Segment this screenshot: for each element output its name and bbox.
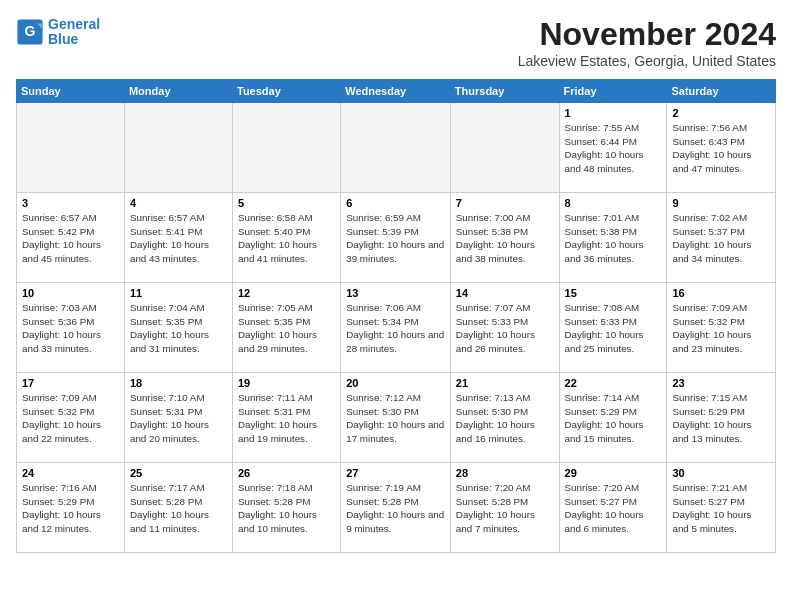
logo-line2: Blue (48, 31, 100, 48)
week-row-4: 24Sunrise: 7:16 AM Sunset: 5:29 PM Dayli… (17, 463, 776, 553)
page-header: G General Blue November 2024 Lakeview Es… (16, 16, 776, 69)
day-number: 13 (346, 287, 445, 299)
day-number: 3 (22, 197, 119, 209)
day-number: 10 (22, 287, 119, 299)
calendar-cell: 11Sunrise: 7:04 AM Sunset: 5:35 PM Dayli… (124, 283, 232, 373)
calendar-cell: 9Sunrise: 7:02 AM Sunset: 5:37 PM Daylig… (667, 193, 776, 283)
day-header-monday: Monday (124, 80, 232, 103)
logo: G General Blue (16, 16, 100, 48)
calendar-cell: 19Sunrise: 7:11 AM Sunset: 5:31 PM Dayli… (233, 373, 341, 463)
day-info: Sunrise: 7:05 AM Sunset: 5:35 PM Dayligh… (238, 301, 335, 356)
calendar-cell: 8Sunrise: 7:01 AM Sunset: 5:38 PM Daylig… (559, 193, 667, 283)
day-info: Sunrise: 7:21 AM Sunset: 5:27 PM Dayligh… (672, 481, 770, 536)
days-header-row: SundayMondayTuesdayWednesdayThursdayFrid… (17, 80, 776, 103)
day-number: 2 (672, 107, 770, 119)
day-number: 4 (130, 197, 227, 209)
week-row-0: 1Sunrise: 7:55 AM Sunset: 6:44 PM Daylig… (17, 103, 776, 193)
day-number: 30 (672, 467, 770, 479)
week-row-3: 17Sunrise: 7:09 AM Sunset: 5:32 PM Dayli… (17, 373, 776, 463)
day-number: 20 (346, 377, 445, 389)
calendar-cell: 12Sunrise: 7:05 AM Sunset: 5:35 PM Dayli… (233, 283, 341, 373)
day-number: 12 (238, 287, 335, 299)
day-info: Sunrise: 7:56 AM Sunset: 6:43 PM Dayligh… (672, 121, 770, 176)
day-info: Sunrise: 7:14 AM Sunset: 5:29 PM Dayligh… (565, 391, 662, 446)
day-header-saturday: Saturday (667, 80, 776, 103)
day-number: 26 (238, 467, 335, 479)
day-number: 7 (456, 197, 554, 209)
day-header-tuesday: Tuesday (233, 80, 341, 103)
day-number: 15 (565, 287, 662, 299)
day-info: Sunrise: 7:18 AM Sunset: 5:28 PM Dayligh… (238, 481, 335, 536)
logo-icon: G (16, 18, 44, 46)
calendar-cell: 10Sunrise: 7:03 AM Sunset: 5:36 PM Dayli… (17, 283, 125, 373)
calendar-cell: 2Sunrise: 7:56 AM Sunset: 6:43 PM Daylig… (667, 103, 776, 193)
calendar-cell: 7Sunrise: 7:00 AM Sunset: 5:38 PM Daylig… (450, 193, 559, 283)
day-number: 1 (565, 107, 662, 119)
day-info: Sunrise: 7:07 AM Sunset: 5:33 PM Dayligh… (456, 301, 554, 356)
day-number: 6 (346, 197, 445, 209)
day-info: Sunrise: 7:06 AM Sunset: 5:34 PM Dayligh… (346, 301, 445, 356)
calendar-cell (233, 103, 341, 193)
calendar-cell (341, 103, 451, 193)
location: Lakeview Estates, Georgia, United States (518, 53, 776, 69)
calendar-cell: 14Sunrise: 7:07 AM Sunset: 5:33 PM Dayli… (450, 283, 559, 373)
day-number: 23 (672, 377, 770, 389)
calendar-cell: 26Sunrise: 7:18 AM Sunset: 5:28 PM Dayli… (233, 463, 341, 553)
calendar-cell: 1Sunrise: 7:55 AM Sunset: 6:44 PM Daylig… (559, 103, 667, 193)
day-number: 22 (565, 377, 662, 389)
calendar-cell: 24Sunrise: 7:16 AM Sunset: 5:29 PM Dayli… (17, 463, 125, 553)
day-number: 28 (456, 467, 554, 479)
svg-text:G: G (25, 23, 36, 39)
month-title: November 2024 (518, 16, 776, 53)
day-number: 25 (130, 467, 227, 479)
day-number: 21 (456, 377, 554, 389)
day-number: 24 (22, 467, 119, 479)
calendar-cell: 25Sunrise: 7:17 AM Sunset: 5:28 PM Dayli… (124, 463, 232, 553)
calendar-cell: 6Sunrise: 6:59 AM Sunset: 5:39 PM Daylig… (341, 193, 451, 283)
day-header-thursday: Thursday (450, 80, 559, 103)
calendar-cell: 16Sunrise: 7:09 AM Sunset: 5:32 PM Dayli… (667, 283, 776, 373)
calendar-cell: 20Sunrise: 7:12 AM Sunset: 5:30 PM Dayli… (341, 373, 451, 463)
day-info: Sunrise: 6:57 AM Sunset: 5:41 PM Dayligh… (130, 211, 227, 266)
calendar-cell: 4Sunrise: 6:57 AM Sunset: 5:41 PM Daylig… (124, 193, 232, 283)
calendar-cell: 30Sunrise: 7:21 AM Sunset: 5:27 PM Dayli… (667, 463, 776, 553)
day-header-friday: Friday (559, 80, 667, 103)
calendar-table: SundayMondayTuesdayWednesdayThursdayFrid… (16, 79, 776, 553)
calendar-cell: 15Sunrise: 7:08 AM Sunset: 5:33 PM Dayli… (559, 283, 667, 373)
calendar-cell (450, 103, 559, 193)
day-info: Sunrise: 7:20 AM Sunset: 5:28 PM Dayligh… (456, 481, 554, 536)
calendar-cell: 22Sunrise: 7:14 AM Sunset: 5:29 PM Dayli… (559, 373, 667, 463)
day-info: Sunrise: 7:16 AM Sunset: 5:29 PM Dayligh… (22, 481, 119, 536)
day-info: Sunrise: 6:58 AM Sunset: 5:40 PM Dayligh… (238, 211, 335, 266)
day-info: Sunrise: 7:19 AM Sunset: 5:28 PM Dayligh… (346, 481, 445, 536)
day-info: Sunrise: 7:15 AM Sunset: 5:29 PM Dayligh… (672, 391, 770, 446)
calendar-cell: 21Sunrise: 7:13 AM Sunset: 5:30 PM Dayli… (450, 373, 559, 463)
calendar-cell: 27Sunrise: 7:19 AM Sunset: 5:28 PM Dayli… (341, 463, 451, 553)
calendar-cell (124, 103, 232, 193)
day-info: Sunrise: 7:09 AM Sunset: 5:32 PM Dayligh… (672, 301, 770, 356)
day-info: Sunrise: 7:02 AM Sunset: 5:37 PM Dayligh… (672, 211, 770, 266)
day-number: 9 (672, 197, 770, 209)
calendar-cell (17, 103, 125, 193)
day-info: Sunrise: 7:09 AM Sunset: 5:32 PM Dayligh… (22, 391, 119, 446)
calendar-cell: 13Sunrise: 7:06 AM Sunset: 5:34 PM Dayli… (341, 283, 451, 373)
week-row-1: 3Sunrise: 6:57 AM Sunset: 5:42 PM Daylig… (17, 193, 776, 283)
calendar-cell: 3Sunrise: 6:57 AM Sunset: 5:42 PM Daylig… (17, 193, 125, 283)
day-info: Sunrise: 7:01 AM Sunset: 5:38 PM Dayligh… (565, 211, 662, 266)
calendar-cell: 29Sunrise: 7:20 AM Sunset: 5:27 PM Dayli… (559, 463, 667, 553)
day-number: 27 (346, 467, 445, 479)
day-info: Sunrise: 7:55 AM Sunset: 6:44 PM Dayligh… (565, 121, 662, 176)
week-row-2: 10Sunrise: 7:03 AM Sunset: 5:36 PM Dayli… (17, 283, 776, 373)
day-info: Sunrise: 7:08 AM Sunset: 5:33 PM Dayligh… (565, 301, 662, 356)
day-header-sunday: Sunday (17, 80, 125, 103)
day-number: 11 (130, 287, 227, 299)
calendar-cell: 28Sunrise: 7:20 AM Sunset: 5:28 PM Dayli… (450, 463, 559, 553)
calendar-cell: 17Sunrise: 7:09 AM Sunset: 5:32 PM Dayli… (17, 373, 125, 463)
day-info: Sunrise: 6:59 AM Sunset: 5:39 PM Dayligh… (346, 211, 445, 266)
calendar-cell: 5Sunrise: 6:58 AM Sunset: 5:40 PM Daylig… (233, 193, 341, 283)
calendar-cell: 18Sunrise: 7:10 AM Sunset: 5:31 PM Dayli… (124, 373, 232, 463)
day-number: 29 (565, 467, 662, 479)
day-info: Sunrise: 7:03 AM Sunset: 5:36 PM Dayligh… (22, 301, 119, 356)
day-info: Sunrise: 7:12 AM Sunset: 5:30 PM Dayligh… (346, 391, 445, 446)
day-info: Sunrise: 7:10 AM Sunset: 5:31 PM Dayligh… (130, 391, 227, 446)
